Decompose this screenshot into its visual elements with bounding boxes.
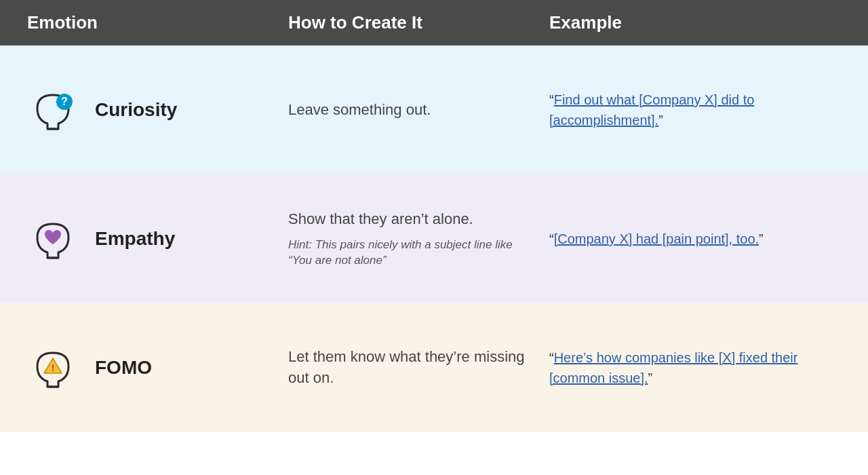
example-fomo: “Here’s how companies like [X] fixed the… xyxy=(549,347,841,388)
emotion-label-curiosity: Curiosity xyxy=(95,99,177,121)
emotion-cell-curiosity: ? Curiosity xyxy=(27,83,288,137)
emotion-cell-empathy: Empathy xyxy=(27,212,288,266)
row-empathy: Empathy Show that they aren’t alone. Hin… xyxy=(0,174,868,303)
emotion-label-fomo: FOMO xyxy=(95,357,152,379)
svg-text:!: ! xyxy=(52,362,55,373)
col-example-header: Example xyxy=(549,12,841,33)
emotion-cell-fomo: ! FOMO xyxy=(27,341,288,395)
howto-fomo: Let them know what they’re missing out o… xyxy=(288,347,549,389)
howto-hint-empathy: Hint: This pairs nicely with a subject l… xyxy=(288,237,536,269)
table-header: Emotion How to Create It Example xyxy=(0,0,868,45)
example-link-empathy[interactable]: [Company X] had [pain point], too. xyxy=(554,231,759,246)
col-emotion-header: Emotion xyxy=(27,12,288,33)
svg-text:?: ? xyxy=(61,96,68,107)
fomo-icon: ! xyxy=(27,341,81,395)
curiosity-icon: ? xyxy=(27,83,81,137)
row-fomo: ! FOMO Let them know what they’re missin… xyxy=(0,303,868,432)
howto-empathy: Show that they aren’t alone. Hint: This … xyxy=(288,209,549,269)
example-empathy: “[Company X] had [pain point], too.” xyxy=(549,229,841,249)
example-link-curiosity[interactable]: Find out what [Company X] did to [accomp… xyxy=(549,92,754,128)
example-curiosity: “Find out what [Company X] did to [accom… xyxy=(549,90,841,130)
empathy-icon xyxy=(27,212,81,266)
example-link-fomo[interactable]: Here’s how companies like [X] fixed thei… xyxy=(549,350,797,385)
emotion-label-empathy: Empathy xyxy=(95,228,175,250)
col-howto-header: How to Create It xyxy=(288,12,549,33)
row-curiosity: ? Curiosity Leave something out. “Find o… xyxy=(0,45,868,174)
howto-curiosity: Leave something out. xyxy=(288,100,549,121)
